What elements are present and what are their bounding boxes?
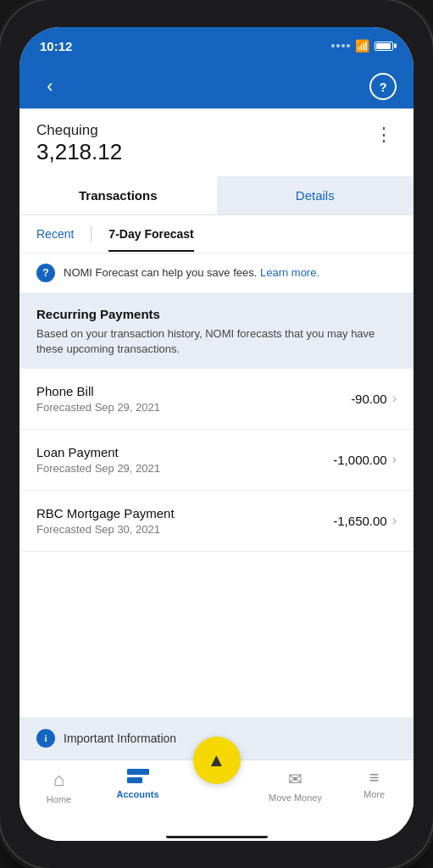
fab-button[interactable]: ▲ xyxy=(193,737,241,784)
nav-header: ‹ ? xyxy=(19,64,414,108)
chevron-right-icon: › xyxy=(392,452,397,467)
transaction-date: Forecasted Sep 29, 2021 xyxy=(36,462,160,475)
nav-item-accounts[interactable]: Accounts xyxy=(108,769,168,799)
chevron-right-icon: › xyxy=(392,513,397,528)
transaction-item[interactable]: Loan Payment Forecasted Sep 29, 2021 -1,… xyxy=(19,430,414,491)
accounts-icon xyxy=(127,769,149,786)
nomi-learn-more-link[interactable]: Learn more. xyxy=(260,266,319,279)
main-tabs: Transactions Details xyxy=(19,176,414,215)
nav-label-home: Home xyxy=(47,794,71,804)
status-icons: 📶 xyxy=(331,39,393,53)
tab-details[interactable]: Details xyxy=(217,176,414,214)
account-details: Chequing 3,218.12 xyxy=(36,122,122,166)
sub-tabs: Recent 7-Day Forecast xyxy=(19,215,414,253)
nav-label-move-money: Move Money xyxy=(269,793,322,803)
fab-icon: ▲ xyxy=(208,749,226,771)
account-info: Chequing 3,218.12 ⋮ xyxy=(19,108,414,176)
nav-label-more: More xyxy=(364,789,385,799)
transaction-date: Forecasted Sep 29, 2021 xyxy=(36,401,160,414)
nav-item-home[interactable]: ⌂ Home xyxy=(30,769,89,804)
nomi-info-text: NOMI Forecast can help you save fees. Le… xyxy=(64,266,319,279)
subtab-divider xyxy=(91,226,92,242)
bottom-nav: ▲ ⌂ Home Accounts ✉ Move Money ≡ xyxy=(19,760,414,836)
back-button[interactable]: ‹ xyxy=(36,73,64,100)
transaction-amount: -1,000.00 xyxy=(333,453,386,467)
home-indicator xyxy=(19,836,414,841)
battery-icon xyxy=(375,42,393,51)
recurring-section: Recurring Payments Based on your transac… xyxy=(19,293,414,369)
help-button[interactable]: ? xyxy=(369,73,397,100)
transaction-name: Phone Bill xyxy=(36,384,160,398)
chevron-right-icon: › xyxy=(392,391,397,406)
transaction-item[interactable]: RBC Mortgage Payment Forecasted Sep 30, … xyxy=(19,491,414,552)
transaction-amount: -1,650.00 xyxy=(333,514,386,528)
transactions-list: Phone Bill Forecasted Sep 29, 2021 -90.0… xyxy=(19,369,414,717)
subtab-forecast[interactable]: 7-Day Forecast xyxy=(108,215,193,252)
recurring-description: Based on your transaction history, NOMI … xyxy=(36,326,397,357)
transaction-left: RBC Mortgage Payment Forecasted Sep 30, … xyxy=(36,506,175,536)
move-money-icon: ✉ xyxy=(288,769,303,789)
transaction-item[interactable]: Phone Bill Forecasted Sep 29, 2021 -90.0… xyxy=(19,369,414,430)
transaction-name: RBC Mortgage Payment xyxy=(36,506,175,520)
transaction-date: Forecasted Sep 30, 2021 xyxy=(36,523,175,536)
nav-item-more[interactable]: ≡ More xyxy=(345,769,404,799)
transaction-amount: -90.00 xyxy=(351,392,387,406)
nav-item-move-money[interactable]: ✉ Move Money xyxy=(266,769,325,803)
phone-screen: 10:12 📶 ‹ ? Chequing xyxy=(19,27,414,841)
tab-transactions[interactable]: Transactions xyxy=(19,176,217,214)
transaction-left: Loan Payment Forecasted Sep 29, 2021 xyxy=(36,445,160,475)
wifi-icon: 📶 xyxy=(355,39,369,53)
transaction-left: Phone Bill Forecasted Sep 29, 2021 xyxy=(36,384,160,414)
account-more-button[interactable]: ⋮ xyxy=(371,122,397,147)
important-info-label[interactable]: Important Information xyxy=(64,732,176,745)
info-circle-icon: ? xyxy=(36,264,55,282)
nomi-text-main: NOMI Forecast can help you save fees. xyxy=(64,266,257,279)
transaction-right: -90.00 › xyxy=(351,391,397,406)
nomi-info-banner: ? NOMI Forecast can help you save fees. … xyxy=(19,253,414,293)
transaction-right: -1,000.00 › xyxy=(333,452,397,467)
phone-frame: 10:12 📶 ‹ ? Chequing xyxy=(0,0,433,868)
recurring-title: Recurring Payments xyxy=(36,307,397,321)
signal-icon xyxy=(331,44,350,47)
nav-label-accounts: Accounts xyxy=(116,789,158,799)
subtab-recent[interactable]: Recent xyxy=(36,215,74,253)
transaction-right: -1,650.00 › xyxy=(333,513,397,528)
account-name: Chequing xyxy=(36,122,122,139)
home-icon: ⌂ xyxy=(53,769,64,791)
transaction-name: Loan Payment xyxy=(36,445,160,459)
status-bar: 10:12 📶 xyxy=(19,27,414,64)
important-info-icon: i xyxy=(36,729,55,748)
status-time: 10:12 xyxy=(40,39,72,53)
more-icon: ≡ xyxy=(369,769,380,786)
account-balance: 3,218.12 xyxy=(36,139,122,165)
